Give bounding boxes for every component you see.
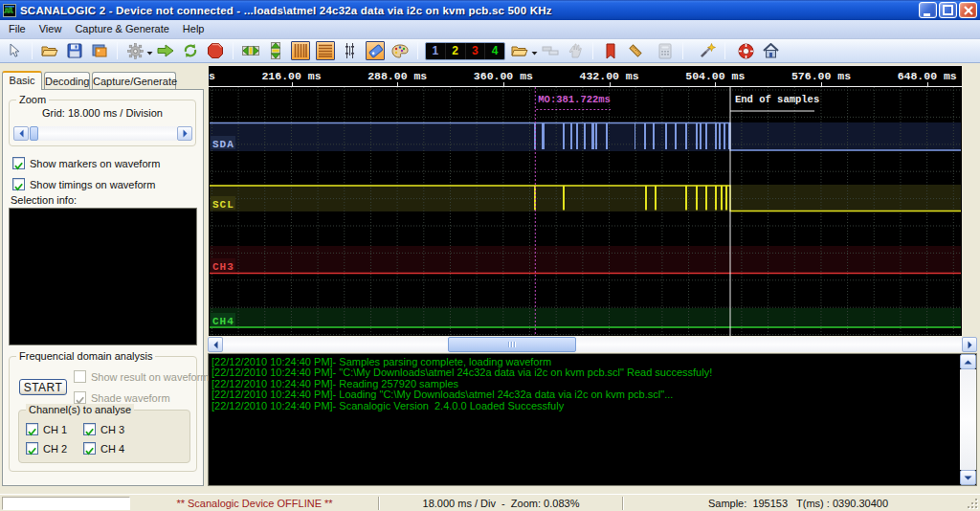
menu-help[interactable]: Help bbox=[176, 20, 212, 38]
waveform-display[interactable]: SDASCLCH3CH4MO:381.722msEnd of samples bbox=[209, 87, 962, 336]
lifebuoy-icon[interactable] bbox=[736, 41, 755, 60]
home-icon[interactable] bbox=[761, 41, 780, 60]
save-icon[interactable] bbox=[65, 41, 84, 60]
sync-icon[interactable] bbox=[181, 41, 200, 60]
channels-to-analyse-groupbox: Channel(s) to analyse CH 1CH 3CH 2CH 4 bbox=[18, 410, 190, 463]
app-icon bbox=[3, 4, 16, 17]
minimize-button[interactable] bbox=[919, 2, 937, 18]
palette-icon[interactable] bbox=[390, 41, 410, 60]
stop-icon[interactable] bbox=[206, 41, 225, 60]
waveform-hscrollbar[interactable] bbox=[208, 337, 977, 352]
analyse-ch--checkbox[interactable] bbox=[83, 423, 96, 435]
tab-page-basic: Zoom Grid: 18.000 ms / Division Show mar… bbox=[2, 89, 204, 486]
down-arrow-icon bbox=[964, 475, 972, 481]
wave-scroll-track[interactable] bbox=[223, 337, 962, 352]
zoom-scroll-thumb[interactable] bbox=[30, 126, 38, 141]
settings-gear-dropdown-caret[interactable] bbox=[146, 42, 153, 59]
freq-option-shade-waveform-checkbox bbox=[74, 391, 86, 404]
zoom-scroll-left-button[interactable] bbox=[13, 126, 29, 141]
analyse-ch--label: CH 2 bbox=[43, 443, 67, 455]
compare-icon[interactable] bbox=[541, 41, 560, 60]
left-arrow-icon bbox=[212, 341, 219, 349]
wave-scroll-left-button[interactable] bbox=[208, 337, 223, 352]
fit-width-icon[interactable] bbox=[241, 41, 260, 60]
ruler-tick bbox=[821, 82, 822, 86]
tab-decoding[interactable]: Decoding bbox=[44, 72, 90, 90]
analyse-ch--label: CH 3 bbox=[100, 424, 124, 435]
cursor-icon[interactable] bbox=[5, 41, 24, 60]
option-show-markers-on-waveform-label: Show markers on waveform bbox=[30, 158, 160, 169]
menu-bar: FileViewCapture & GenerateHelp bbox=[0, 20, 980, 39]
check-icon bbox=[13, 161, 24, 171]
hand-icon[interactable] bbox=[566, 41, 585, 60]
waveform-panel: 144.00 ms216.00 ms288.00 ms360.00 ms432.… bbox=[207, 63, 978, 488]
folder-open-small-icon[interactable] bbox=[510, 41, 529, 60]
log-line: [22/12/2010 10:24:40 PM]- Scanalogic Ver… bbox=[212, 401, 959, 411]
folder-open-small-dropdown-caret[interactable] bbox=[531, 42, 538, 59]
ruler-pencil-icon[interactable] bbox=[626, 41, 645, 60]
log-scroll-up-button[interactable] bbox=[960, 354, 976, 369]
left-arrow-icon bbox=[18, 129, 25, 138]
menu-view[interactable]: View bbox=[33, 20, 69, 38]
check-icon bbox=[84, 446, 95, 456]
settings-gear-icon[interactable] bbox=[125, 41, 145, 60]
tag-icon[interactable] bbox=[366, 41, 385, 60]
open-folder-icon[interactable] bbox=[40, 41, 59, 60]
log-line: [22/12/2010 10:24:40 PM]- Loading "C:\My… bbox=[212, 389, 959, 400]
log-scroll-down-button[interactable] bbox=[960, 470, 976, 485]
end-of-samples-label: End of samples bbox=[735, 94, 819, 105]
log-vscrollbar[interactable] bbox=[960, 354, 976, 485]
wave-scroll-thumb[interactable] bbox=[448, 337, 576, 352]
go-arrow-icon[interactable] bbox=[156, 41, 175, 60]
vertical-grid-icon[interactable] bbox=[291, 41, 310, 60]
log-scroll-track[interactable] bbox=[960, 369, 976, 470]
zoom-scrollbar[interactable] bbox=[13, 126, 192, 141]
channel-band-ch3 bbox=[210, 246, 961, 274]
analyse-ch--checkbox[interactable] bbox=[26, 423, 38, 435]
zoom-status: 18.000 ms / Div - Zoom: 0.083% bbox=[381, 495, 621, 511]
toolbar-separator bbox=[417, 42, 418, 59]
sample-status: Sample: 195153 T(ms) : 0390.30400 bbox=[625, 495, 971, 511]
toolbar-separator bbox=[233, 42, 234, 59]
waveform-svg: SDASCLCH3CH4MO:381.722msEnd of samples bbox=[209, 87, 962, 336]
check-icon bbox=[27, 427, 37, 437]
fit-height-icon[interactable] bbox=[266, 41, 285, 60]
log-lines: [22/12/2010 10:24:40 PM]- Samples parsin… bbox=[212, 357, 959, 485]
menu-file[interactable]: File bbox=[2, 20, 33, 38]
analyse-ch--checkbox[interactable] bbox=[26, 442, 38, 455]
tab-capture-generate[interactable]: Capture/Generate bbox=[92, 72, 176, 90]
channel-indicator-display[interactable]: 1234 bbox=[425, 42, 505, 60]
option-show-markers-on-waveform-checkbox[interactable] bbox=[12, 157, 25, 169]
tab-basic[interactable]: Basic bbox=[2, 71, 42, 90]
ruler-label: 504.00 ms bbox=[685, 70, 745, 82]
start-button[interactable]: START bbox=[19, 379, 67, 395]
caliper-icon[interactable] bbox=[341, 41, 360, 60]
maximize-button[interactable] bbox=[939, 2, 957, 18]
resize-grip[interactable] bbox=[967, 498, 979, 510]
zoom-scroll-track[interactable] bbox=[29, 126, 177, 141]
time-ruler: 144.00 ms216.00 ms288.00 ms360.00 ms432.… bbox=[209, 65, 962, 87]
device-status: ** Scanalogic Device OFFLINE ** bbox=[132, 495, 377, 511]
export-image-icon[interactable] bbox=[90, 41, 109, 60]
zoom-groupbox: Zoom Grid: 18.000 ms / Division bbox=[9, 100, 196, 146]
channel-label-ch4: CH4 bbox=[212, 316, 234, 327]
channel-label-ch3: CH3 bbox=[212, 261, 234, 273]
channel-band-ch4 bbox=[210, 308, 961, 328]
toolbar-separator bbox=[724, 42, 725, 59]
calculator-icon[interactable] bbox=[656, 41, 675, 60]
channel-label-sda: SDA bbox=[212, 139, 234, 150]
horizontal-grid-icon[interactable] bbox=[316, 41, 335, 60]
channel-indicator-4: 4 bbox=[485, 43, 504, 59]
title-bar: SCANALOGIC 2 - Device not connected - ..… bbox=[0, 0, 980, 20]
close-button[interactable] bbox=[959, 2, 977, 18]
menu-capture-generate[interactable]: Capture & Generate bbox=[68, 20, 175, 38]
bookmark-icon[interactable] bbox=[601, 41, 620, 60]
analyse-ch--checkbox[interactable] bbox=[83, 442, 96, 455]
option-show-timings-on-waveform-checkbox[interactable] bbox=[12, 178, 25, 190]
ruler-label: 216.00 ms bbox=[261, 70, 321, 82]
zoom-scroll-right-button[interactable] bbox=[177, 126, 192, 141]
wave-scroll-right-button[interactable] bbox=[962, 337, 977, 352]
ruler-label: 648.00 ms bbox=[898, 70, 957, 82]
channels-group-title: Channel(s) to analyse bbox=[26, 404, 134, 415]
wand-icon[interactable] bbox=[698, 41, 717, 60]
